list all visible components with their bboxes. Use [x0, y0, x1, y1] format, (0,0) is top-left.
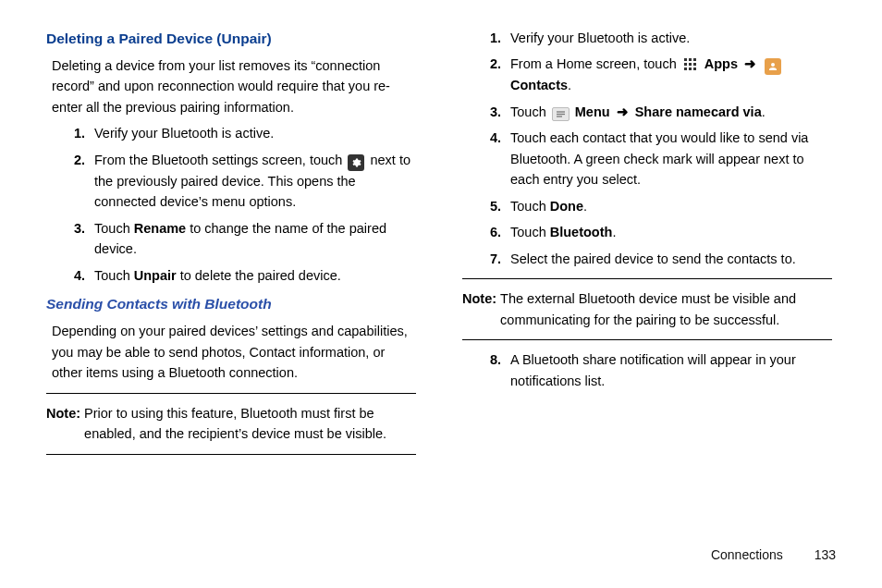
- svg-rect-6: [684, 67, 687, 70]
- list-item: 7. Select the paired device to send the …: [490, 249, 832, 269]
- note-label: Note:: [462, 288, 496, 330]
- heading-deleting-paired: Deleting a Paired Device (Unpair): [46, 28, 416, 50]
- page-footer: Connections 133: [711, 547, 836, 562]
- list-item: 5. Touch Done.: [490, 196, 832, 216]
- svg-rect-2: [693, 58, 696, 61]
- list-item: 1. Verify your Bluetooth is active.: [490, 28, 832, 48]
- text: to delete the paired device.: [177, 268, 341, 283]
- arrow-icon: ➜: [744, 56, 756, 71]
- step-text: Verify your Bluetooth is active.: [510, 28, 832, 48]
- step-number: 8.: [490, 349, 510, 391]
- step-text: Select the paired device to send the con…: [510, 249, 832, 269]
- step-text: From a Home screen, touch Apps ➜ Contact…: [510, 54, 832, 95]
- step-number: 7.: [490, 249, 510, 269]
- para-delete-desc: Deleting a device from your list removes…: [52, 55, 416, 117]
- list-item: 4. Touch each contact that you would lik…: [490, 128, 832, 190]
- step-number: 1.: [74, 123, 94, 143]
- steps-continued: 8. A Bluetooth share notification will a…: [462, 349, 832, 391]
- note-row: Note: The external Bluetooth device must…: [462, 288, 832, 330]
- step-text: Touch each contact that you would like t…: [510, 128, 832, 190]
- svg-rect-1: [689, 58, 692, 61]
- note-block: Note: The external Bluetooth device must…: [462, 278, 832, 340]
- heading-sending-contacts: Sending Contacts with Bluetooth: [46, 293, 416, 315]
- svg-rect-5: [693, 63, 696, 66]
- bold-done: Done: [550, 199, 583, 214]
- text: Touch: [94, 268, 134, 283]
- step-text: A Bluetooth share notification will appe…: [510, 349, 832, 391]
- right-column: 1. Verify your Bluetooth is active. 2. F…: [462, 28, 832, 464]
- svg-rect-3: [684, 63, 687, 66]
- list-item: 6. Touch Bluetooth.: [490, 222, 832, 242]
- svg-rect-0: [684, 58, 687, 61]
- step-text: Touch Unpair to delete the paired device…: [94, 265, 416, 286]
- step-number: 3.: [490, 102, 510, 122]
- bold-apps: Apps: [704, 56, 738, 71]
- svg-rect-4: [689, 63, 692, 66]
- list-item: 2. From a Home screen, touch Apps ➜ Cont…: [490, 54, 832, 95]
- list-item: 1. Verify your Bluetooth is active.: [74, 123, 416, 143]
- step-text: Touch Done.: [510, 196, 832, 216]
- text: .: [568, 78, 571, 92]
- bold-bluetooth: Bluetooth: [550, 225, 613, 239]
- svg-rect-7: [689, 67, 692, 70]
- step-text: From the Bluetooth settings screen, touc…: [94, 150, 416, 213]
- left-column: Deleting a Paired Device (Unpair) Deleti…: [46, 28, 416, 464]
- bold-rename: Rename: [134, 221, 186, 236]
- text: .: [583, 199, 587, 214]
- menu-icon: [552, 107, 570, 121]
- note-block: Note: Prior to using this feature, Bluet…: [46, 393, 416, 455]
- step-number: 3.: [74, 218, 94, 260]
- text: Touch: [510, 104, 550, 119]
- list-item: 3. Touch Menu ➜ Share namecard via.: [490, 102, 832, 122]
- note-text: Prior to using this feature, Bluetooth m…: [84, 403, 416, 445]
- gear-icon: [348, 154, 364, 171]
- bold-unpair: Unpair: [134, 268, 177, 283]
- text: .: [612, 225, 616, 239]
- list-item: 4. Touch Unpair to delete the paired dev…: [74, 265, 416, 286]
- note-row: Note: Prior to using this feature, Bluet…: [46, 403, 416, 445]
- bold-share: Share namecard via: [635, 104, 762, 119]
- list-item: 3. Touch Rename to change the name of th…: [74, 218, 416, 260]
- bold-menu: Menu: [575, 104, 610, 119]
- step-number: 2.: [74, 150, 94, 213]
- section-name: Connections: [711, 547, 783, 562]
- page-number: 133: [815, 547, 836, 562]
- bold-contacts: Contacts: [510, 78, 568, 92]
- text: Touch: [510, 199, 550, 214]
- svg-rect-8: [693, 67, 696, 70]
- para-sending-desc: Depending on your paired devices’ settin…: [52, 321, 416, 383]
- step-number: 5.: [490, 196, 510, 216]
- note-label: Note:: [46, 403, 80, 445]
- text: Touch: [94, 221, 134, 236]
- step-text: Touch Menu ➜ Share namecard via.: [510, 102, 832, 122]
- apps-grid-icon: [682, 56, 699, 73]
- step-number: 4.: [74, 265, 94, 286]
- list-item: 8. A Bluetooth share notification will a…: [490, 349, 832, 391]
- steps-send-contacts: 1. Verify your Bluetooth is active. 2. F…: [462, 28, 832, 269]
- page: Deleting a Paired Device (Unpair) Deleti…: [0, 0, 882, 483]
- text: From the Bluetooth settings screen, touc…: [94, 153, 346, 167]
- contacts-icon: [765, 58, 781, 75]
- text: Touch: [510, 225, 550, 239]
- step-text: Verify your Bluetooth is active.: [94, 123, 416, 143]
- step-text: Touch Bluetooth.: [510, 222, 832, 242]
- step-number: 6.: [490, 222, 510, 242]
- step-text: Touch Rename to change the name of the p…: [94, 218, 416, 260]
- step-number: 2.: [490, 54, 510, 95]
- step-number: 4.: [490, 128, 510, 190]
- note-text: The external Bluetooth device must be vi…: [500, 288, 832, 330]
- step-number: 1.: [490, 28, 510, 48]
- list-item: 2. From the Bluetooth settings screen, t…: [74, 150, 416, 213]
- text: .: [762, 104, 766, 119]
- text: From a Home screen, touch: [510, 56, 680, 71]
- steps-unpair: 1. Verify your Bluetooth is active. 2. F…: [46, 123, 416, 286]
- arrow-icon: ➜: [617, 104, 629, 119]
